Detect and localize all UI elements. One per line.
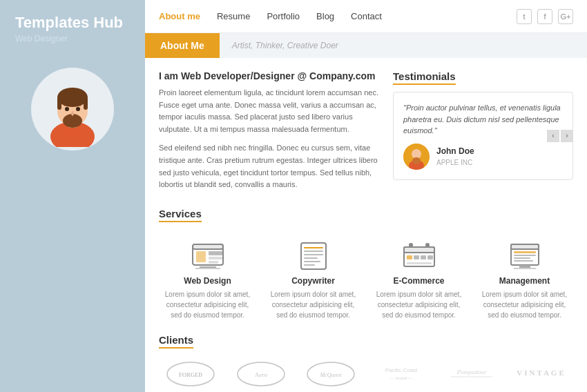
section-subtitle: Artist, Thinker, Creative Doer	[220, 41, 338, 50]
svg-rect-29	[304, 264, 315, 266]
section-header: About Me Artist, Thinker, Creative Doer	[145, 33, 587, 58]
web-design-icon	[190, 242, 226, 271]
twitter-icon[interactable]: t	[517, 9, 532, 24]
svg-rect-31	[404, 247, 434, 253]
svg-text:— brand —: — brand —	[389, 375, 413, 381]
svg-rect-18	[195, 268, 220, 269]
svg-rect-27	[304, 257, 318, 259]
service-desc-0: Lorem ipsum dolor sit amet, consectetur …	[162, 289, 253, 320]
svg-rect-19	[196, 251, 206, 262]
testimonial-name: John Doe	[436, 145, 474, 157]
svg-rect-28	[304, 261, 320, 262]
ecommerce-icon	[401, 242, 437, 271]
testimonial-company: APPLE INC	[436, 157, 474, 168]
nav-blog[interactable]: Blog	[316, 11, 334, 21]
svg-text:VINTAGE: VINTAGE	[517, 369, 566, 377]
testimonial-quote: "Proin auctor pulvinar tellus, et venena…	[403, 104, 561, 135]
service-copywriter: Copywriter Lorem ipsum dolor sit amet, c…	[264, 236, 362, 326]
svg-rect-35	[427, 255, 433, 259]
facebook-icon[interactable]: f	[537, 9, 552, 24]
avatar	[31, 68, 114, 150]
page-content: I am Web Developer/Designer @ Company.co…	[145, 58, 587, 392]
testimonial-box: "Proin auctor pulvinar tellus, et venena…	[393, 92, 573, 180]
svg-rect-36	[407, 262, 432, 264]
svg-rect-34	[421, 255, 426, 259]
svg-text:McQueen: McQueen	[320, 372, 342, 378]
svg-point-12	[412, 149, 421, 159]
client-logo-2: McQueen	[299, 361, 363, 387]
svg-rect-20	[209, 251, 222, 255]
management-icon	[507, 242, 543, 271]
sidebar: Templates Hub Web Designer	[0, 0, 145, 392]
nav-portfolio[interactable]: Portfolio	[267, 11, 300, 21]
nav-social: t f G+	[517, 9, 573, 24]
client-logo-1: Aero	[229, 361, 293, 387]
clients-grid: FORGED Aero McQueen	[159, 361, 573, 387]
service-desc-2: Lorem ipsum dolor sit amet, consectetur …	[373, 289, 465, 320]
svg-rect-41	[514, 251, 536, 253]
nav-resume[interactable]: Resume	[217, 11, 250, 21]
svg-rect-22	[209, 261, 218, 264]
testimonial-prev-button[interactable]: ‹	[547, 130, 559, 142]
service-name-2: E-Commerce	[373, 276, 465, 286]
bio-column: I am Web Developer/Designer @ Company.co…	[159, 70, 379, 198]
service-ecommerce: E-Commerce Lorem ipsum dolor sit amet, c…	[370, 236, 468, 326]
client-logo-0: FORGED	[159, 361, 222, 387]
section-tab-label: About Me	[145, 33, 220, 58]
client-logo-3: Pacific Coast — brand —	[369, 361, 433, 387]
svg-rect-6	[84, 97, 88, 110]
svg-rect-44	[514, 260, 533, 262]
svg-rect-32	[407, 255, 412, 259]
nav-about[interactable]: About me	[159, 11, 200, 21]
svg-rect-21	[209, 257, 222, 259]
svg-text:Pacific Coast: Pacific Coast	[385, 367, 418, 373]
services-section: Services	[159, 208, 573, 326]
svg-rect-43	[514, 257, 530, 259]
svg-point-8	[65, 107, 69, 111]
svg-point-14	[412, 157, 421, 164]
testimonial-avatar	[403, 144, 430, 170]
testimonial-info: John Doe APPLE INC	[436, 145, 474, 168]
svg-rect-5	[57, 97, 61, 110]
svg-rect-46	[514, 268, 536, 269]
svg-point-37	[409, 243, 413, 247]
services-title: Services	[159, 208, 202, 222]
svg-rect-16	[193, 244, 223, 249]
top-nav: About me Resume Portfolio Blog Contact t…	[145, 0, 587, 33]
svg-rect-40	[511, 244, 539, 249]
svg-point-4	[57, 88, 88, 107]
bio-para2: Sed eleifend sed nibh nec fringilla. Don…	[159, 142, 379, 190]
testimonial-next-button[interactable]: ›	[561, 130, 573, 142]
svg-rect-26	[304, 254, 323, 255]
svg-rect-42	[514, 255, 536, 256]
svg-rect-33	[414, 255, 419, 259]
bio-testimonials-row: I am Web Developer/Designer @ Company.co…	[159, 70, 573, 198]
svg-text:FORGED: FORGED	[179, 372, 202, 378]
site-title: Templates Hub	[0, 14, 145, 32]
testimonials-column: Testimonials "Proin auctor pulvinar tell…	[393, 70, 573, 198]
service-desc-1: Lorem ipsum dolor sit amet, consectetur …	[267, 289, 359, 320]
svg-point-10	[67, 116, 78, 120]
main-content: About me Resume Portfolio Blog Contact t…	[145, 0, 587, 392]
service-name-1: Copywriter	[267, 276, 359, 286]
service-web-design: Web Design Lorem ipsum dolor sit amet, c…	[159, 236, 256, 326]
service-name-0: Web Design	[162, 276, 253, 286]
service-name-3: Management	[479, 276, 570, 286]
copywriter-icon	[296, 242, 331, 271]
svg-rect-25	[304, 251, 323, 252]
svg-text:Aero: Aero	[255, 371, 267, 378]
site-subtitle: Web Designer	[0, 34, 145, 43]
service-desc-3: Lorem ipsum dolor sit amet, consectetur …	[479, 289, 570, 320]
client-logo-5: VINTAGE	[510, 361, 573, 387]
bio-para1: Proin laoreet elementum ligula, ac tinci…	[159, 87, 379, 135]
svg-rect-24	[304, 247, 323, 248]
nav-links: About me Resume Portfolio Blog Contact	[159, 11, 517, 21]
nav-contact[interactable]: Contact	[351, 11, 382, 21]
testimonials-title: Testimonials	[393, 70, 456, 85]
clients-title: Clients	[159, 334, 193, 349]
testimonial-person: John Doe APPLE INC	[403, 144, 563, 170]
bio-heading: I am Web Developer/Designer @ Company.co…	[159, 70, 379, 81]
svg-point-9	[76, 107, 80, 111]
testimonial-nav: ‹ ›	[547, 130, 573, 142]
googleplus-icon[interactable]: G+	[558, 9, 573, 24]
